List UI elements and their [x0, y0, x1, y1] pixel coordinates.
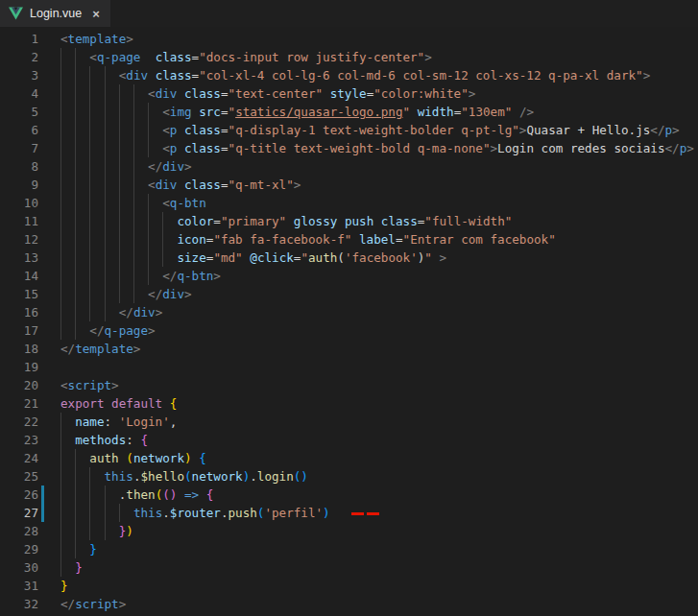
- code-line[interactable]: 5<img src="statics/quasar-logo.png" widt…: [0, 103, 698, 121]
- token-tag: q-btn: [177, 269, 213, 283]
- code-line[interactable]: 23methods: {: [0, 431, 698, 449]
- tab-login-vue[interactable]: Login.vue ×: [0, 0, 110, 27]
- code-line[interactable]: 10<q-btn: [0, 194, 698, 212]
- token-p: >: [672, 123, 680, 137]
- token-txt: [177, 141, 184, 155]
- token-p: </: [650, 123, 664, 137]
- token-p: >: [643, 68, 651, 83]
- code-line[interactable]: 8</div>: [0, 157, 698, 176]
- token-p: </: [60, 597, 75, 611]
- code-area[interactable]: 1<template>2<q-page class="docs-input ro…: [0, 27, 698, 616]
- token-p: >: [126, 32, 133, 46]
- token-b1: }: [60, 579, 68, 593]
- token-p: <: [162, 105, 170, 119]
- token-txt: [162, 396, 170, 411]
- code-line[interactable]: 32</script>: [0, 595, 698, 613]
- code-text: this.$hello(network).login(): [60, 467, 698, 486]
- token-txt: [432, 250, 440, 265]
- line-number: 3: [0, 66, 38, 84]
- token-tag: template: [68, 32, 127, 46]
- token-b2: {: [206, 487, 214, 502]
- token-str: "Entrar com facebook": [403, 232, 556, 247]
- token-op: :: [105, 415, 112, 429]
- token-txt: [148, 68, 156, 83]
- token-txt: Quasar + Hello.js: [526, 123, 650, 137]
- token-p: <: [162, 123, 170, 137]
- token-stru: statics/quasar-logo.png: [235, 105, 402, 119]
- indent-guides: [60, 321, 89, 340]
- code-line[interactable]: 27this.$router.push('perfil'): [0, 504, 698, 522]
- code-line[interactable]: 7<p class="q-title text-weight-bold q-ma…: [0, 139, 698, 157]
- token-p: </: [119, 305, 133, 320]
- token-p: <: [148, 178, 156, 192]
- code-line[interactable]: 24auth (network) {: [0, 449, 698, 467]
- code-line[interactable]: 13size="md" @click="auth('facebook')" >: [0, 249, 698, 267]
- code-line[interactable]: 20<script>: [0, 376, 698, 394]
- token-b1: (: [126, 451, 133, 465]
- token-kw: export: [60, 396, 105, 411]
- code-line[interactable]: 28}): [0, 522, 698, 540]
- indent-guides: [60, 449, 89, 467]
- code-line[interactable]: 18</template>: [0, 340, 698, 358]
- indent-guides: [60, 103, 162, 121]
- token-txt: [105, 396, 112, 411]
- token-prop: $router: [170, 506, 221, 520]
- code-line[interactable]: 1<template>: [0, 30, 698, 48]
- code-line[interactable]: 31}: [0, 577, 698, 595]
- line-number: 31: [0, 577, 38, 595]
- gutter-spacer: [41, 30, 44, 48]
- code-line[interactable]: 9<div class="q-mt-xl">: [0, 176, 698, 194]
- code-line[interactable]: 3<div class="col-xl-4 col-lg-6 col-md-6 …: [0, 66, 698, 84]
- token-p: >: [469, 86, 476, 101]
- token-txt: [177, 123, 184, 137]
- token-str: "q-title text-weight-bold q-ma-none": [229, 141, 491, 155]
- code-line[interactable]: 19: [0, 358, 698, 376]
- token-arrow: =>: [184, 487, 199, 502]
- indent-guides: [60, 230, 177, 249]
- error-underline-marker: [351, 512, 364, 515]
- token-str: "text-center": [229, 86, 324, 101]
- code-line[interactable]: 14</q-btn>: [0, 267, 698, 285]
- code-line[interactable]: 29}: [0, 540, 698, 558]
- token-p: </: [60, 342, 75, 356]
- code-line[interactable]: 30}: [0, 558, 698, 577]
- line-number: 12: [0, 230, 38, 249]
- code-line[interactable]: 22name: 'Login',: [0, 413, 698, 431]
- code-line[interactable]: 2<q-page class="docs-input row justify-c…: [0, 48, 698, 66]
- gutter-spacer: [41, 48, 44, 66]
- token-b1: ): [184, 451, 192, 465]
- token-p: >: [686, 141, 694, 155]
- token-attr: push: [345, 214, 373, 228]
- code-text: }: [60, 558, 698, 577]
- code-line[interactable]: 12icon="fab fa-facebook-f" label="Entrar…: [0, 230, 698, 249]
- code-line[interactable]: 4<div class="text-center" style="color:w…: [0, 84, 698, 103]
- token-attr: glossy: [294, 214, 338, 228]
- code-line[interactable]: 15</div>: [0, 285, 698, 303]
- token-txt: [111, 415, 119, 429]
- close-icon[interactable]: ×: [92, 8, 100, 20]
- token-b2: (: [162, 487, 170, 502]
- tab-bar: Login.vue ×: [0, 0, 698, 27]
- token-attr: icon: [177, 232, 205, 247]
- code-text: export default {: [60, 394, 698, 413]
- token-p: <: [162, 141, 170, 155]
- token-kw: default: [111, 396, 162, 411]
- code-line[interactable]: 16</div>: [0, 303, 698, 321]
- gutter-spacer: [41, 121, 44, 139]
- line-number: 20: [0, 376, 38, 394]
- token-str: 'Login': [119, 415, 170, 429]
- vue-file-icon: [9, 7, 23, 20]
- line-number: 7: [0, 139, 38, 157]
- token-tag: div: [156, 86, 178, 101]
- code-line[interactable]: 26.then(() => {: [0, 486, 698, 504]
- token-p: >: [133, 342, 141, 356]
- code-text: name: 'Login',: [60, 413, 698, 431]
- gutter-spacer: [41, 431, 44, 449]
- code-line[interactable]: 17</q-page>: [0, 321, 698, 340]
- code-line[interactable]: 6<p class="q-display-1 text-weight-bolde…: [0, 121, 698, 139]
- token-fn: $hello: [140, 469, 184, 484]
- gutter-spacer: [41, 595, 44, 613]
- code-line[interactable]: 11color="primary" glossy push class="ful…: [0, 212, 698, 230]
- code-line[interactable]: 21export default {: [0, 394, 698, 413]
- code-line[interactable]: 25this.$hello(network).login(): [0, 467, 698, 486]
